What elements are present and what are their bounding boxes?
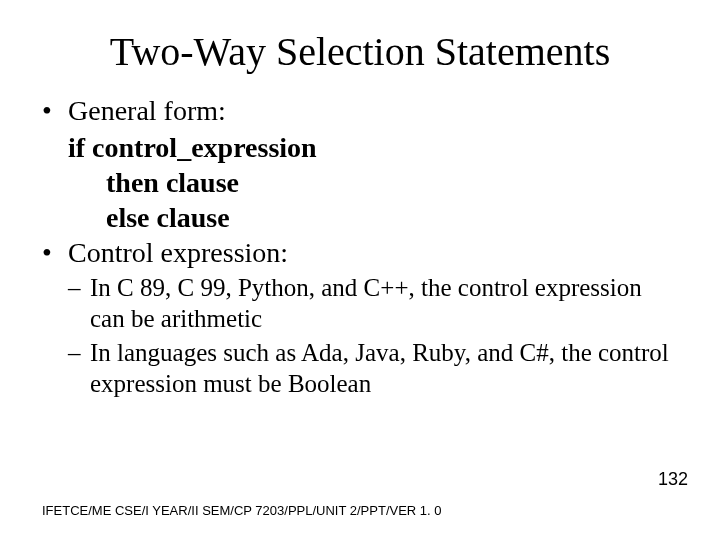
code-line-then: then clause — [106, 165, 678, 200]
bullet-text: Control expression: — [68, 235, 288, 270]
slide: Two-Way Selection Statements • General f… — [0, 0, 720, 540]
sub-bullet-item: – In C 89, C 99, Python, and C++, the co… — [68, 272, 678, 335]
dash-mark: – — [68, 272, 90, 335]
code-line-if: if control_expression — [68, 130, 678, 165]
slide-body: • General form: if control_expression th… — [42, 93, 678, 399]
dash-mark: – — [68, 337, 90, 400]
sub-bullet-text: In C 89, C 99, Python, and C++, the cont… — [90, 272, 678, 335]
bullet-item: • Control expression: — [42, 235, 678, 270]
slide-title: Two-Way Selection Statements — [42, 28, 678, 75]
bullet-mark: • — [42, 235, 68, 270]
code-line-else: else clause — [106, 200, 678, 235]
sub-bullets: – In C 89, C 99, Python, and C++, the co… — [68, 272, 678, 399]
sub-bullet-text: In languages such as Ada, Java, Ruby, an… — [90, 337, 678, 400]
page-number: 132 — [658, 469, 688, 490]
bullet-text: General form: — [68, 93, 226, 128]
footer-text: IFETCE/ME CSE/I YEAR/II SEM/CP 7203/PPL/… — [42, 503, 442, 518]
sub-bullet-item: – In languages such as Ada, Java, Ruby, … — [68, 337, 678, 400]
bullet-mark: • — [42, 93, 68, 128]
bullet-item: • General form: — [42, 93, 678, 128]
